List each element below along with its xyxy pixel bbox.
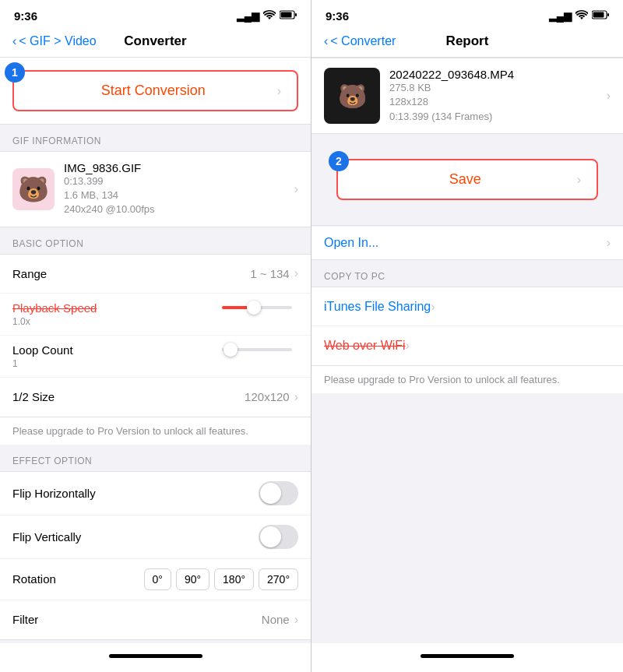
section-header-effect: EFFECT OPTION: [0, 445, 311, 471]
flip-vert-toggle-thumb: [260, 526, 281, 547]
chevron-video-item: ›: [607, 89, 611, 103]
left-scroll[interactable]: 1 Start Conversion › GIF INFORMATION 🐻 I…: [0, 58, 311, 643]
half-size-item[interactable]: 1/2 Size 120x120 ›: [0, 378, 311, 417]
video-duration: 0:13.399 (134 Frames): [389, 110, 607, 124]
playback-speed-value: 1.0x: [12, 316, 30, 327]
range-item[interactable]: Range 1 ~ 134 ›: [0, 255, 311, 294]
flip-vertically-item[interactable]: Flip Vertically: [0, 515, 311, 559]
gif-info-section: 🐻 IMG_9836.GIF 0:13.399 1.6 MB, 134 240x…: [0, 151, 311, 227]
rotation-item[interactable]: Rotation 0° 90° 180° 270°: [0, 559, 311, 600]
rotation-270-btn[interactable]: 270°: [259, 568, 298, 590]
chevron-left-icon-right: ‹: [324, 34, 328, 48]
signal-icon-right: ▂▄▆: [549, 10, 572, 22]
section-header-copy-pc: COPY TO PC: [312, 260, 623, 287]
flip-horiz-toggle[interactable]: [259, 481, 298, 505]
video-info-section: 🐻 20240222_093648.MP4 275.8 KB 128x128 0…: [312, 58, 623, 134]
rotation-group: 0° 90° 180° 270°: [144, 568, 299, 590]
half-size-value: 120x120: [245, 390, 290, 403]
bear-video-icon: 🐻: [338, 83, 367, 110]
battery-icon: [280, 10, 297, 22]
loop-slider-thumb: [224, 343, 238, 357]
effect-options-section: Flip Horizontally Flip Vertically Rotati…: [0, 471, 311, 640]
battery-icon-right: [592, 10, 609, 22]
gif-filename: IMG_9836.GIF: [64, 161, 294, 174]
gif-item[interactable]: 🐻 IMG_9836.GIF 0:13.399 1.6 MB, 134 240x…: [0, 152, 311, 227]
page-title-left: Converter: [124, 33, 186, 49]
itunes-item[interactable]: iTunes File Sharing ›: [312, 287, 623, 326]
range-value: 1 ~ 134: [250, 267, 289, 280]
open-in-item[interactable]: Open In... ›: [312, 226, 623, 259]
video-filename: 20240222_093648.MP4: [389, 68, 607, 81]
video-item[interactable]: 🐻 20240222_093648.MP4 275.8 KB 128x128 0…: [312, 58, 623, 133]
filter-item[interactable]: Filter None ›: [0, 600, 311, 639]
gif-size: 1.6 MB, 134: [64, 188, 294, 202]
loop-count-item[interactable]: Loop Count 1: [0, 336, 311, 378]
chevron-filter: ›: [294, 613, 298, 627]
wifi-icon-right: [575, 10, 588, 22]
chevron-save: ›: [577, 173, 581, 187]
chevron-left-icon: ‹: [12, 34, 16, 48]
nav-bar-right: ‹ < Converter Report: [312, 27, 623, 58]
save-label: Save: [354, 171, 577, 188]
time-right: 9:36: [326, 9, 349, 23]
video-thumbnail: 🐻: [324, 68, 380, 124]
copy-to-pc-section: iTunes File Sharing › Web over WiFi ›: [312, 287, 623, 366]
status-icons-right: ▂▄▆: [549, 10, 609, 22]
nav-bar-left: ‹ < GIF > Video Converter: [0, 27, 311, 58]
page-title-right: Report: [446, 33, 489, 49]
video-info-text: 20240222_093648.MP4 275.8 KB 128x128 0:1…: [389, 68, 607, 124]
loop-count-slider[interactable]: [222, 348, 292, 351]
time-left: 9:36: [14, 9, 37, 23]
upgrade-note-1: Please upgrade to Pro Version to unlock …: [0, 417, 311, 445]
home-bar-left: [109, 654, 202, 658]
playback-speed-slider[interactable]: [222, 306, 292, 309]
chevron-right-icon: ›: [277, 84, 281, 98]
flip-vert-label: Flip Vertically: [12, 530, 259, 544]
gif-duration: 0:13.399: [64, 174, 294, 188]
itunes-label: iTunes File Sharing: [324, 300, 431, 314]
home-indicator-left: [0, 643, 311, 672]
status-bar-left: 9:36 ▂▄▆: [0, 0, 311, 27]
save-button-container[interactable]: 2 Save ›: [336, 159, 598, 200]
start-conversion-section: 1 Start Conversion ›: [0, 58, 311, 125]
home-bar-right: [421, 654, 514, 658]
web-wifi-item[interactable]: Web over WiFi ›: [312, 326, 623, 365]
back-label-right[interactable]: < Converter: [330, 34, 396, 48]
chevron-itunes: ›: [431, 300, 435, 314]
loop-count-value: 1: [12, 358, 18, 369]
step-badge-1: 1: [5, 62, 25, 83]
status-icons-left: ▂▄▆: [237, 10, 297, 22]
gif-thumbnail: 🐻: [12, 168, 55, 210]
filter-label: Filter: [12, 613, 262, 626]
rotation-90-btn[interactable]: 90°: [176, 568, 209, 590]
playback-row: Playback Speed: [12, 301, 298, 315]
gif-dimensions: 240x240 @10.00fps: [64, 202, 294, 216]
svg-rect-1: [281, 12, 292, 18]
svg-rect-5: [607, 13, 609, 16]
range-label: Range: [12, 267, 250, 280]
flip-vert-toggle[interactable]: [259, 525, 298, 549]
upgrade-note-text-1: Please upgrade to Pro Version to unlock …: [12, 425, 248, 437]
upgrade-note-text-right: Please upgrade to Pro Version to unlock …: [324, 374, 560, 385]
chevron-gif-item: ›: [294, 182, 298, 196]
flip-horiz-toggle-thumb: [260, 483, 281, 504]
back-button-left[interactable]: ‹ < GIF > Video: [12, 34, 97, 48]
start-conversion-button[interactable]: 1 Start Conversion ›: [12, 70, 298, 111]
rotation-0-btn[interactable]: 0°: [144, 568, 171, 590]
chevron-open-in: ›: [607, 236, 611, 250]
playback-speed-item[interactable]: Playback Speed 1.0x: [0, 294, 311, 336]
right-scroll[interactable]: 🐻 20240222_093648.MP4 275.8 KB 128x128 0…: [312, 58, 623, 643]
video-dimensions: 128x128: [389, 95, 607, 109]
wifi-icon: [263, 10, 276, 22]
rotation-180-btn[interactable]: 180°: [214, 568, 254, 590]
back-button-right[interactable]: ‹ < Converter: [324, 34, 396, 48]
step-badge-2: 2: [329, 151, 349, 171]
flip-horizontally-item[interactable]: Flip Horizontally: [0, 472, 311, 515]
half-size-label: 1/2 Size: [12, 390, 245, 403]
slider-fill: [222, 306, 250, 309]
chevron-web-wifi: ›: [406, 339, 410, 353]
back-label-left[interactable]: < GIF > Video: [19, 34, 96, 48]
rotation-label: Rotation: [12, 572, 144, 586]
home-indicator-right: [312, 643, 623, 672]
slider-thumb: [247, 301, 261, 315]
